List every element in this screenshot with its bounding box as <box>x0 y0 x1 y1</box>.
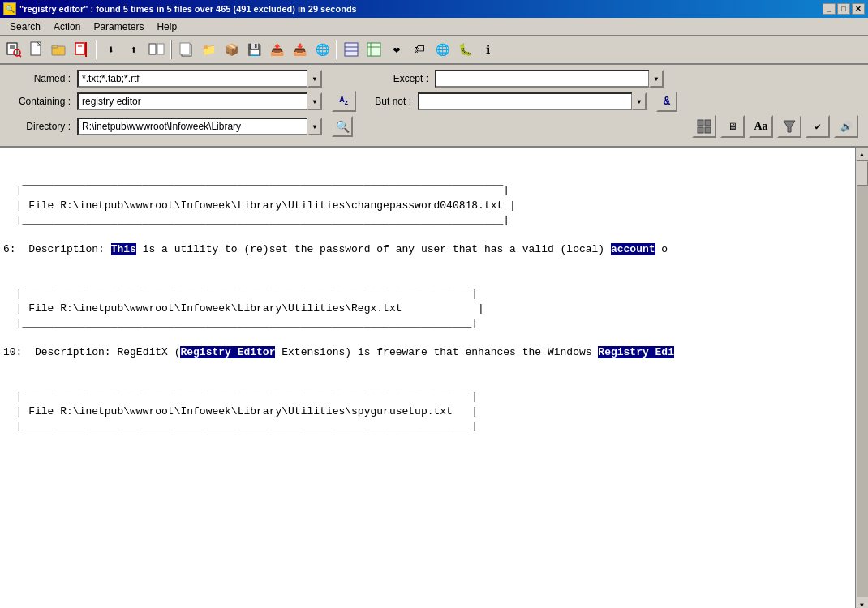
file-box-3: |‾‾‾‾‾‾‾‾‾‾‾‾‾‾‾‾‾‾‾‾‾‾‾‾‾‾‾‾‾‾‾‾‾‾‾‾‾‾‾… <box>3 391 478 432</box>
toolbar-separator-3 <box>336 40 337 59</box>
browse-button[interactable]: 🔍 <box>332 116 353 137</box>
named-input-wrap: ▼ <box>77 70 322 88</box>
menu-help[interactable]: Help <box>150 19 183 34</box>
content-main: |‾‾‾‾‾‾‾‾‾‾‾‾‾‾‾‾‾‾‾‾‾‾‾‾‾‾‾‾‾‾‾‾‾‾‾‾‾‾‾… <box>0 148 868 608</box>
import-button[interactable]: ⬇ <box>101 39 122 60</box>
containing-input-wrap: ▼ <box>77 92 322 110</box>
heart-button[interactable]: ❤ <box>386 39 407 60</box>
archive-button[interactable]: 📦 <box>221 39 242 60</box>
butnot-dropdown[interactable]: ▼ <box>632 92 647 110</box>
svg-rect-23 <box>698 127 703 133</box>
toolbar-separator-2 <box>170 40 172 59</box>
menu-action[interactable]: Action <box>47 19 87 34</box>
directory-row: Directory : ▼ 🔍 🖥 Aa ✔ 🔊 <box>10 115 858 138</box>
menu-search[interactable]: Search <box>3 19 47 34</box>
new-search-button[interactable] <box>3 39 24 60</box>
named-input[interactable] <box>77 70 308 88</box>
list-button[interactable] <box>341 39 362 60</box>
directory-input[interactable] <box>77 118 308 135</box>
svg-rect-11 <box>149 44 156 54</box>
svg-rect-21 <box>698 120 703 126</box>
containing-input[interactable] <box>77 92 308 110</box>
containing-dropdown[interactable]: ▼ <box>307 92 322 110</box>
monitor-option-button[interactable]: 🖥 <box>720 115 745 138</box>
compare-button[interactable] <box>146 39 167 60</box>
butnot-input-wrap: ▼ <box>418 92 647 110</box>
folder-button[interactable]: 📁 <box>198 39 219 60</box>
svg-rect-12 <box>157 44 164 54</box>
bug-button[interactable]: 🐛 <box>454 39 475 60</box>
text-display[interactable]: |‾‾‾‾‾‾‾‾‾‾‾‾‾‾‾‾‾‾‾‾‾‾‾‾‾‾‾‾‾‾‾‾‾‾‾‾‾‾‾… <box>0 148 855 608</box>
title-bar: 🔍 "registry editor" : found 5 times in 5… <box>0 0 868 18</box>
info-button[interactable]: ℹ <box>477 39 498 60</box>
scroll-track-vertical[interactable] <box>857 161 868 597</box>
scroll-down-arrow[interactable]: ▼ <box>856 598 869 608</box>
internet-button[interactable]: 🌐 <box>312 39 333 60</box>
title-bar-text: "registry editor" : found 5 times in 5 f… <box>19 4 357 14</box>
filter-option-button[interactable] <box>777 115 801 138</box>
directory-input-wrap: ▼ <box>77 118 322 135</box>
svg-rect-15 <box>345 43 358 56</box>
butnot-label: But not : <box>363 96 411 107</box>
app-icon: 🔍 <box>3 2 16 15</box>
directory-dropdown[interactable]: ▼ <box>307 118 322 135</box>
check-option-button[interactable]: ✔ <box>806 115 830 138</box>
menu-bar: Search Action Parameters Help <box>0 18 868 36</box>
named-row: Named : ▼ Except : ▼ <box>10 70 858 88</box>
web-button[interactable]: 🌐 <box>432 39 453 60</box>
copy-button[interactable] <box>175 39 196 60</box>
named-label: Named : <box>10 73 71 84</box>
sound-option-button[interactable]: 🔊 <box>834 115 858 138</box>
scroll-thumb-vertical[interactable] <box>857 161 868 186</box>
directory-label: Directory : <box>10 121 71 132</box>
except-input[interactable] <box>435 70 650 88</box>
svg-rect-8 <box>75 43 84 54</box>
az-button[interactable]: Az <box>332 91 356 112</box>
tag-button[interactable]: 🏷 <box>409 39 430 60</box>
save-button[interactable]: 💾 <box>243 39 264 60</box>
menu-parameters[interactable]: Parameters <box>87 19 150 34</box>
export2-button[interactable]: 📤 <box>266 39 287 60</box>
new-button[interactable] <box>26 39 47 60</box>
toolbar: ⬇ ⬆ 📁 📦 💾 📤 📥 🌐 ❤ 🏷 🌐 🐛 ℹ <box>0 36 868 65</box>
named-dropdown[interactable]: ▼ <box>307 70 322 88</box>
svg-rect-7 <box>52 45 58 48</box>
form-area: Named : ▼ Except : ▼ Containing : ▼ Az B… <box>0 65 868 148</box>
open-button[interactable] <box>49 39 70 60</box>
containing-row: Containing : ▼ Az But not : ▼ & <box>10 91 858 112</box>
result-line-2: 10: Description: RegEditX (Registry Edit… <box>3 346 674 358</box>
except-input-wrap: ▼ <box>435 70 664 88</box>
svg-line-4 <box>19 55 21 57</box>
title-bar-controls: _ □ ✕ <box>823 3 865 15</box>
svg-rect-0 <box>7 43 17 54</box>
containing-label: Containing : <box>10 96 71 107</box>
file-box-1: |‾‾‾‾‾‾‾‾‾‾‾‾‾‾‾‾‾‾‾‾‾‾‾‾‾‾‾‾‾‾‾‾‾‾‾‾‾‾‾… <box>3 184 516 225</box>
maximize-button[interactable]: □ <box>837 3 850 15</box>
svg-rect-22 <box>705 120 711 126</box>
svg-rect-18 <box>367 43 380 56</box>
svg-rect-14 <box>180 43 190 54</box>
title-bar-left: 🔍 "registry editor" : found 5 times in 5… <box>3 2 357 15</box>
except-label: Except : <box>367 73 428 84</box>
file-box-2: |‾‾‾‾‾‾‾‾‾‾‾‾‾‾‾‾‾‾‾‾‾‾‾‾‾‾‾‾‾‾‾‾‾‾‾‾‾‾‾… <box>3 288 484 329</box>
export-button[interactable]: ⬆ <box>123 39 144 60</box>
svg-marker-25 <box>784 121 795 132</box>
minimize-button[interactable]: _ <box>823 3 836 15</box>
grid-option-button[interactable] <box>692 115 716 138</box>
font-option-button[interactable]: Aa <box>749 115 773 138</box>
svg-rect-24 <box>705 127 711 133</box>
vertical-scrollbar[interactable]: ▲ ▼ <box>855 148 868 608</box>
content-wrapper: |‾‾‾‾‾‾‾‾‾‾‾‾‾‾‾‾‾‾‾‾‾‾‾‾‾‾‾‾‾‾‾‾‾‾‾‾‾‾‾… <box>0 148 868 608</box>
toolbar-separator-1 <box>96 40 97 59</box>
butnot-input[interactable] <box>418 92 633 110</box>
except-dropdown[interactable]: ▼ <box>649 70 664 88</box>
stop-button[interactable] <box>71 39 92 60</box>
result-line-1: 6: Description: This is a utility to (re… <box>3 243 668 255</box>
scroll-up-arrow[interactable]: ▲ <box>856 148 869 161</box>
detail-button[interactable] <box>363 39 385 60</box>
close-button[interactable]: ✕ <box>852 3 865 15</box>
amp-button[interactable]: & <box>656 91 677 112</box>
import2-button[interactable]: 📥 <box>289 39 310 60</box>
